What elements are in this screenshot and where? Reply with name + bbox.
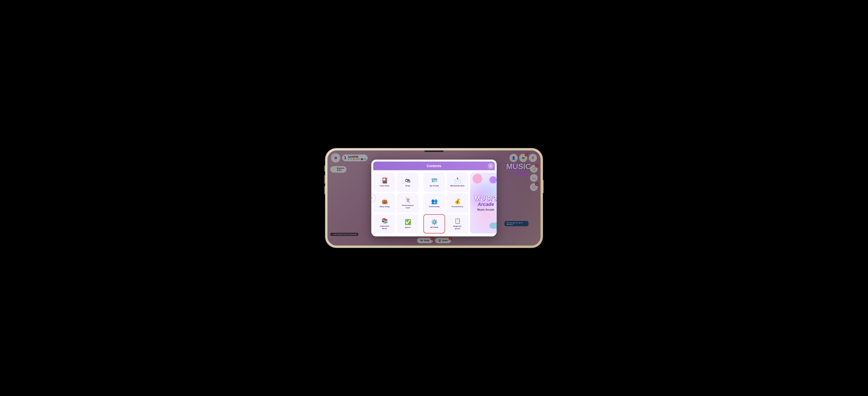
back-icon: ↩ [371,196,373,200]
music-arcade-arcade-text: Arcade [474,202,497,207]
card-draw-item[interactable]: 🎴 Card Draw [374,173,396,192]
game-background: ⚙ 1 Jack0325 💎 0 � [328,150,540,246]
modal-body: 🎴 Card Draw 🛍 Shop 👜 Diary Shop [371,170,497,236]
performance-card-label: PerformanceCard [402,204,414,209]
music-arcade-logo: MUSIC Arcade [474,195,497,207]
collection-book-icon: 📚 [381,218,388,224]
shop-item[interactable]: 🛍 Shop [397,173,418,192]
diary-shop-icon: 👜 [381,198,388,204]
grid-right: 🪪 My Profile 📩 MESSAGE BOX 👥 Community [424,173,468,233]
performance-card-icon: 🃏 [405,197,411,203]
shop-icon: 🛍 [405,177,410,184]
contents-modal-container: ↩ Contents ✕ 🎴 [371,160,497,236]
message-box-icon: 📩 [454,177,461,184]
collection-book-item[interactable]: 📚 CollectionBook [374,214,396,233]
music-arcade-music-text: MUSIC [474,195,497,202]
my-profile-icon: 🪪 [431,177,438,184]
possessions-item[interactable]: 💰 Possessions [446,193,468,213]
modal-title: Contents [427,164,441,168]
community-icon: 👥 [431,198,438,204]
music-arcade-panel[interactable]: MUSIC Arcade Music Arcade [470,173,497,233]
close-icon: ✕ [490,164,492,168]
possessions-label: Possessions [452,205,463,208]
setting-item[interactable]: ⚙️ SETTING [424,214,445,233]
performance-card-item[interactable]: 🃏 PerformanceCard [397,193,418,213]
modal-close-button[interactable]: ✕ [488,163,494,169]
beginner-quest-item-label: BeginnerQuest [453,225,462,230]
diary-shop-item[interactable]: 👜 Diary Shop [374,193,396,213]
modal-header: Contents ✕ [373,162,495,170]
beginner-quest-item[interactable]: 📋 BeginnerQuest [446,214,468,233]
phone-frame: ⚙ 1 Jack0325 💎 0 � [326,148,542,248]
diary-shop-label: Diary Shop [379,205,390,208]
collection-book-label: CollectionBook [380,225,390,230]
setting-icon: ⚙️ [431,219,438,225]
community-label: Community [429,205,439,208]
shop-label: Shop [405,185,410,187]
music-arcade-title: Music Arcade [477,208,494,211]
quest-item-label: Quest [405,226,411,229]
blob-teal [490,223,497,229]
message-box-item[interactable]: 📩 MESSAGE BOX [446,173,468,192]
my-profile-label: My Profile [430,185,439,187]
grid-left: 🎴 Card Draw 🛍 Shop 👜 Diary Shop [374,173,418,233]
message-box-label: MESSAGE BOX [450,185,465,187]
my-profile-item[interactable]: 🪪 My Profile [424,173,445,192]
possessions-icon: 💰 [454,198,461,204]
setting-label: SETTING [430,226,439,229]
card-draw-icon: 🎴 [381,177,388,184]
phone-screen: ⚙ 1 Jack0325 💎 0 � [328,150,540,246]
quest-item-icon: ✅ [405,219,411,225]
community-item[interactable]: 👥 Community [424,193,445,213]
blob-pink [472,174,482,183]
contents-modal: ↩ Contents ✕ 🎴 [371,160,497,236]
blob-purple [490,176,497,183]
beginner-quest-item-icon: 📋 [454,218,461,224]
quest-item[interactable]: ✅ Quest [397,214,418,233]
card-draw-label: Card Draw [380,185,390,187]
